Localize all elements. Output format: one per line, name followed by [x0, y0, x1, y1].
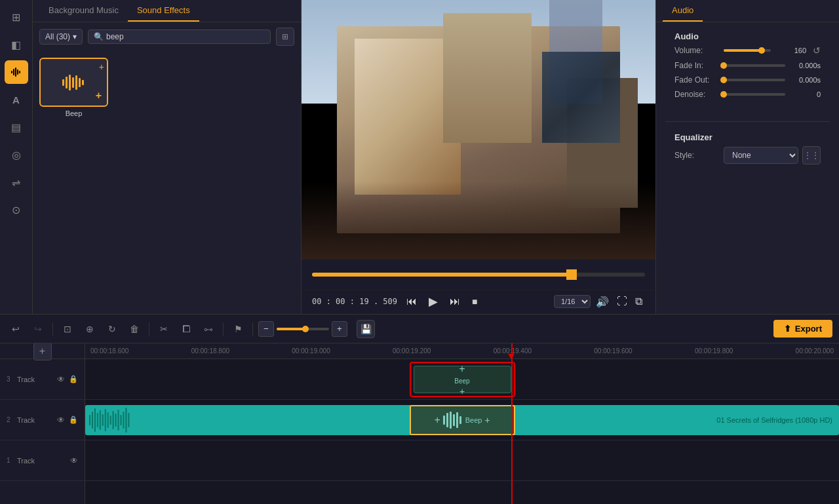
beep-plus-bottom-icon: + — [459, 386, 465, 397]
fade-out-slider[interactable] — [724, 79, 785, 81]
svg-rect-40 — [453, 414, 455, 426]
svg-rect-26 — [102, 414, 104, 426]
tab-background-music[interactable]: Background Music — [39, 0, 128, 22]
save-project-button[interactable]: 💾 — [357, 320, 375, 338]
style-settings-button[interactable]: ⋮⋮ — [802, 146, 821, 165]
right-panel-content: Audio Volume: 160 ↺ Fade In: — [656, 22, 839, 185]
fullscreen-button[interactable]: ⛶ — [614, 294, 630, 309]
rotate-button[interactable]: ↻ — [103, 320, 121, 338]
tab-sound-effects[interactable]: Sound Effects — [128, 0, 199, 22]
lock-icon-3[interactable]: 🔒 — [69, 375, 78, 383]
sidebar-icon-text[interactable]: A — [5, 88, 28, 111]
ruler-mark: 00:00:19.200 — [393, 347, 431, 355]
video-controls-bar — [302, 260, 655, 290]
fade-out-row: Fade Out: 0.000s — [674, 75, 821, 85]
add-clip-button[interactable]: ⊕ — [81, 320, 99, 338]
fade-in-value: 0.000s — [789, 62, 821, 69]
ruler-mark: 00:00:18.800 — [191, 347, 229, 355]
toolbar-separator-3 — [223, 322, 224, 336]
player-controls: 00 : 00 : 19 . 509 ⏮ ▶ ⏭ ■ 1/16 1/8 1/4 … — [302, 290, 655, 314]
denoise-value: 0 — [789, 90, 821, 98]
tab-audio[interactable]: Audio — [663, 0, 703, 22]
section-divider — [665, 121, 830, 122]
ruler-mark: 00:00:19.600 — [594, 347, 632, 355]
timeline-area: + 3 Track 👁 🔒 2 Track 👁 🔒 1 Track 👁 — [0, 343, 839, 504]
rewind-button[interactable]: ⏮ — [404, 294, 420, 309]
delete-button[interactable]: 🗑 — [125, 320, 144, 338]
lock-icon-2[interactable]: 🔒 — [69, 416, 78, 424]
visibility-icon-3[interactable]: 👁 — [57, 375, 65, 384]
svg-rect-35 — [125, 408, 127, 433]
snapshot-button[interactable]: ⊡ — [58, 320, 77, 338]
stop-button[interactable]: ■ — [469, 295, 480, 308]
cut-button[interactable]: ✂ — [155, 320, 173, 338]
visibility-icon-2[interactable]: 👁 — [57, 416, 65, 425]
svg-rect-28 — [107, 412, 109, 428]
search-icon: 🔍 — [94, 32, 104, 41]
search-input[interactable] — [106, 32, 265, 41]
search-box[interactable]: 🔍 — [88, 29, 271, 44]
zoom-slider[interactable] — [277, 328, 329, 330]
visibility-icon-1[interactable]: 👁 — [70, 456, 78, 465]
sidebar-icon-transitions[interactable]: ⇌ — [5, 170, 28, 194]
effect-thumbnail[interactable]: + + — [39, 58, 108, 107]
sidebar-icon-filter[interactable]: ⊙ — [5, 198, 28, 222]
toolbar-separator — [52, 322, 53, 336]
fade-in-slider[interactable] — [724, 64, 785, 67]
category-dropdown[interactable]: All (30) ▾ — [39, 29, 83, 45]
zoom-out-button[interactable]: − — [258, 321, 274, 337]
fade-out-value: 0.000s — [789, 76, 821, 84]
extend-button[interactable]: ⧟ — [199, 320, 218, 338]
export-button[interactable]: ⬆ Export — [773, 320, 832, 338]
volume-slider[interactable] — [724, 49, 771, 52]
list-item[interactable]: + + Beep — [39, 58, 108, 117]
audio-clip[interactable]: + Beep + — [85, 405, 839, 435]
chevron-down-icon: ▾ — [73, 32, 77, 41]
svg-rect-38 — [446, 413, 448, 427]
denoise-label: Denoise: — [674, 90, 724, 99]
effect-label: Beep — [66, 109, 83, 117]
video-preview — [302, 0, 655, 260]
svg-rect-32 — [118, 410, 119, 431]
pip-button[interactable]: ⧉ — [633, 294, 645, 309]
audio-clip-label: 01 Secrets of Selfridges (1080p HD) — [716, 416, 832, 424]
sidebar-icon-layers[interactable]: ◧ — [5, 33, 28, 56]
sidebar-icon-effects[interactable]: ◎ — [5, 143, 28, 166]
svg-rect-33 — [120, 415, 121, 425]
add-track-button[interactable]: + — [33, 343, 52, 360]
grid-toggle-btn[interactable]: ⊞ — [276, 28, 294, 46]
svg-rect-7 — [69, 75, 71, 90]
progress-bar[interactable] — [312, 273, 645, 277]
style-select[interactable]: None Classical Club Dance — [724, 147, 798, 164]
volume-button[interactable]: 🔊 — [593, 294, 612, 309]
export-icon: ⬆ — [784, 324, 791, 334]
redo-button[interactable]: ↪ — [29, 320, 47, 338]
left-panel: Background Music Sound Effects All (30) … — [33, 0, 302, 314]
denoise-slider[interactable] — [724, 93, 785, 96]
svg-rect-5 — [62, 79, 64, 86]
drop-zone-box: + B — [410, 362, 515, 397]
svg-rect-10 — [79, 78, 81, 87]
reset-volume-button[interactable]: ↺ — [813, 45, 821, 56]
progress-thumb — [568, 271, 576, 279]
right-panel-tabs: Audio — [656, 0, 839, 22]
beep-on-track-clip[interactable]: + Beep + — [410, 405, 515, 435]
zoom-in-button[interactable]: + — [332, 321, 347, 337]
beep-clip[interactable]: + B — [414, 366, 511, 393]
svg-rect-31 — [115, 414, 117, 427]
sidebar-icon-template[interactable]: ▤ — [5, 115, 28, 139]
ruler-mark: 00:00:19.000 — [292, 347, 330, 355]
track-number-2: 2 — [7, 416, 13, 423]
play-button[interactable]: ▶ — [426, 293, 440, 310]
undo-button[interactable]: ↩ — [7, 320, 25, 338]
forward-button[interactable]: ⏭ — [447, 294, 463, 309]
crop-button[interactable]: ⧠ — [177, 320, 195, 338]
svg-rect-37 — [443, 416, 445, 425]
right-panel: Audio Audio Volume: 160 ↺ — [655, 0, 839, 314]
add-track-container: + — [0, 343, 85, 359]
sidebar-icon-grid[interactable]: ⊞ — [5, 5, 28, 29]
timeline-ruler: 00:00:18.600 00:00:18.800 00:00:19.000 0… — [85, 343, 839, 359]
marker-button[interactable]: ⚑ — [229, 320, 247, 338]
sidebar-icon-audio[interactable] — [5, 60, 28, 84]
quality-select[interactable]: 1/16 1/8 1/4 Full — [554, 295, 591, 308]
